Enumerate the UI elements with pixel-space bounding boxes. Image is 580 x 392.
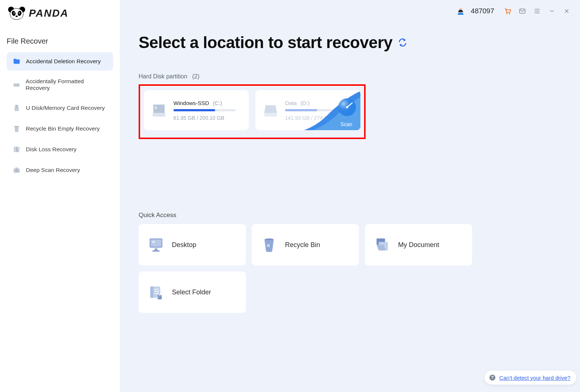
drive-usage-bar — [173, 109, 235, 111]
drive-card-d[interactable]: Data (D:) 141.93 GB / 274.62 GB — [255, 90, 360, 130]
drive-name: Data — [285, 100, 297, 106]
nav-label: Recycle Bin Empty Recovery — [26, 125, 100, 132]
headline-text: Select a location to start recovery — [139, 33, 393, 52]
books-icon — [13, 145, 21, 153]
nav-disk-loss[interactable]: Disk Loss Recovery — [7, 140, 113, 159]
nav-label: Disk Loss Recovery — [26, 146, 77, 153]
drive-usage-text: 141.93 GB / 274.62 GB — [285, 115, 355, 121]
partition-section-label: Hard Disk partition (2) — [139, 73, 562, 80]
drive-usage-text: 61.95 GB / 200.10 GB — [173, 115, 243, 121]
help-icon: ? — [489, 374, 496, 381]
quick-label: Recycle Bin — [285, 241, 320, 249]
quick-desktop[interactable]: Desktop — [139, 224, 246, 266]
nav-label: Accidental Deletion Recovery — [26, 58, 101, 65]
svg-rect-11 — [15, 107, 19, 111]
brand-name: PANDA — [29, 7, 68, 19]
svg-rect-30 — [155, 249, 157, 251]
svg-rect-29 — [152, 241, 155, 243]
menu-icon[interactable] — [533, 7, 542, 16]
drive-letter: (C:) — [213, 100, 222, 106]
camera-icon — [13, 166, 21, 174]
svg-rect-10 — [15, 105, 18, 107]
quick-recycle-bin[interactable]: Recycle Bin — [252, 224, 359, 266]
svg-rect-28 — [151, 240, 162, 247]
svg-rect-31 — [152, 250, 159, 251]
nav-accidental-deletion[interactable]: Accidental Deletion Recovery — [7, 52, 113, 71]
drive-card-c[interactable]: Windows-SSD (C:) 61.95 GB / 200.10 GB — [144, 90, 249, 130]
refresh-icon[interactable] — [398, 38, 407, 47]
svg-rect-13 — [14, 147, 16, 152]
sidebar: PANDA File Recover Accidental Deletion R… — [0, 0, 120, 392]
topbar: 487097 — [120, 0, 580, 22]
brand-logo: PANDA — [0, 7, 120, 29]
svg-point-5 — [14, 13, 15, 14]
quick-label: Select Folder — [172, 288, 211, 296]
document-icon — [374, 236, 391, 253]
avatar-icon[interactable] — [456, 7, 465, 16]
nav-label: U Disk/Memory Card Recovery — [26, 105, 105, 111]
quick-label: My Document — [398, 241, 439, 249]
drive-usage-bar — [285, 109, 347, 111]
svg-rect-14 — [16, 147, 18, 152]
bin-icon — [13, 125, 21, 133]
svg-point-17 — [15, 169, 18, 172]
help-link[interactable]: Can't detect your hard drive? — [499, 375, 570, 381]
sidebar-title: File Recover — [0, 29, 120, 52]
close-icon[interactable] — [562, 7, 571, 16]
svg-rect-36 — [150, 287, 153, 298]
nav-label: Deep Scan Recovery — [26, 167, 80, 173]
sidebar-nav: Accidental Deletion Recovery Accidentall… — [0, 52, 120, 179]
drive-icon — [262, 102, 279, 119]
svg-rect-23 — [155, 107, 157, 109]
svg-rect-15 — [18, 147, 20, 152]
cart-icon[interactable] — [503, 7, 512, 16]
panda-icon — [7, 7, 26, 20]
hdd-icon — [13, 81, 20, 89]
usb-icon — [13, 104, 21, 112]
minimize-icon[interactable] — [547, 7, 556, 16]
drive-letter: (D:) — [301, 100, 310, 106]
nav-recycle-bin[interactable]: Recycle Bin Empty Recovery — [7, 119, 113, 138]
svg-point-21 — [509, 13, 510, 14]
svg-rect-18 — [15, 168, 18, 169]
drive-icon — [150, 102, 167, 119]
quick-select-folder[interactable]: Select Folder — [139, 271, 246, 313]
page-title: Select a location to start recovery — [139, 33, 562, 52]
desktop-icon — [147, 236, 164, 253]
nav-deep-scan[interactable]: Deep Scan Recovery — [7, 161, 113, 179]
svg-rect-12 — [14, 126, 19, 127]
svg-rect-8 — [14, 83, 20, 87]
user-id: 487097 — [471, 7, 494, 15]
quick-my-document[interactable]: My Document — [365, 224, 472, 266]
recycle-bin-icon — [261, 236, 278, 253]
nav-label: Accidentally Formatted Recovery — [26, 78, 107, 91]
drive-name: Windows-SSD — [173, 100, 209, 106]
main-panel: 487097 Select a location to start recove… — [120, 0, 580, 392]
svg-point-9 — [18, 85, 19, 86]
nav-formatted[interactable]: Accidentally Formatted Recovery — [7, 73, 113, 97]
svg-text:?: ? — [491, 375, 493, 380]
quick-label: Desktop — [172, 241, 196, 249]
svg-point-7 — [16, 16, 18, 17]
mail-icon[interactable] — [518, 7, 527, 16]
svg-point-6 — [19, 13, 20, 14]
quick-access-label: Quick Access — [139, 212, 562, 219]
help-bubble[interactable]: ? Can't detect your hard drive? — [485, 371, 576, 385]
folder-icon — [13, 57, 21, 65]
partition-highlight-box: Windows-SSD (C:) 61.95 GB / 200.10 GB Da… — [139, 84, 366, 139]
scan-label: Scan — [340, 121, 352, 127]
select-folder-icon — [147, 284, 164, 301]
svg-point-20 — [506, 13, 508, 14]
nav-usb[interactable]: U Disk/Memory Card Recovery — [7, 99, 113, 117]
